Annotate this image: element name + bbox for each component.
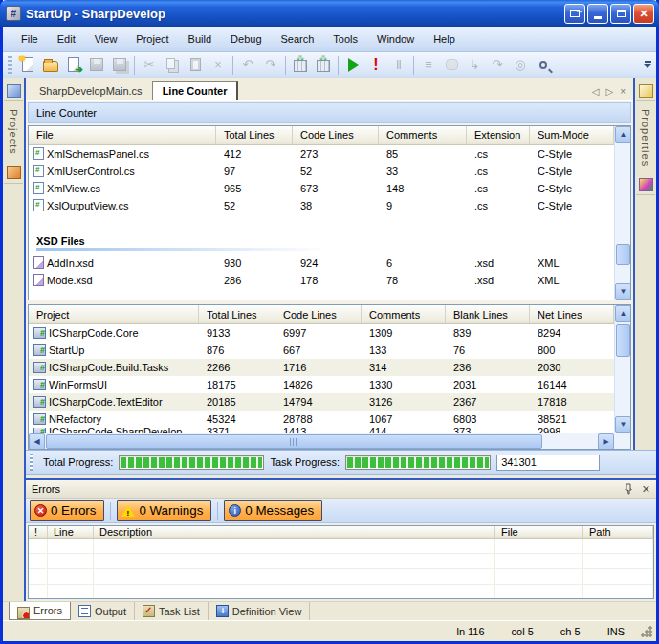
table-row[interactable]: StartUp87666713376800 <box>29 342 614 359</box>
projects-table-vscrollbar[interactable]: ▲ ▼ <box>614 305 630 433</box>
scroll-up-icon[interactable]: ▲ <box>615 305 631 322</box>
toolbar-overflow-button[interactable] <box>643 55 652 76</box>
open-file-button[interactable] <box>39 54 62 76</box>
sidebar-item-classes[interactable] <box>4 163 23 184</box>
tab-scroll-right-icon[interactable]: ▷ <box>605 86 613 97</box>
table-row[interactable]: WinFormsUI18175148261330203116144 <box>29 376 614 393</box>
maximize-button[interactable] <box>610 4 631 24</box>
tab-definition-view[interactable]: Definition View <box>209 602 311 620</box>
column-header[interactable]: Line <box>48 526 94 538</box>
menu-item-debug[interactable]: Debug <box>222 31 270 48</box>
run-debug-button[interactable]: ! <box>364 54 387 76</box>
right-dock-label[interactable]: Properties <box>640 101 651 174</box>
table-row[interactable]: XmlUserControl.cs975233.csC-Style <box>29 163 614 180</box>
menu-item-help[interactable]: Help <box>425 31 464 48</box>
column-header[interactable]: Total Lines <box>199 305 275 323</box>
resize-grip-icon[interactable] <box>640 625 652 637</box>
statusbar-grip[interactable] <box>30 454 33 471</box>
save-as-button[interactable] <box>62 54 85 76</box>
table-row[interactable]: XmlView.cs965673148.csC-Style <box>29 180 614 197</box>
tab-task-list[interactable]: Task List <box>135 602 209 620</box>
step-into-icon: ↳ <box>470 58 480 71</box>
scroll-right-icon[interactable]: ▶ <box>598 433 614 450</box>
menu-item-search[interactable]: Search <box>273 31 323 48</box>
paste-button <box>184 54 207 76</box>
scroll-down-icon[interactable]: ▼ <box>615 283 631 300</box>
value-cell: 965 <box>216 183 293 194</box>
tab-output[interactable]: Output <box>71 602 135 620</box>
column-header[interactable]: File <box>495 526 583 538</box>
column-header[interactable]: Description <box>94 526 495 538</box>
stop-button: Ⅱ <box>387 54 410 76</box>
table-row[interactable]: ICSharpCode.Core9133699713098398294 <box>29 324 614 342</box>
tab-close-icon[interactable]: × <box>620 86 626 97</box>
table-row[interactable]: XmlSchemasPanel.cs41227385.csC-Style <box>29 145 614 163</box>
window-special-button[interactable] <box>564 4 585 24</box>
scrollbar-thumb[interactable] <box>46 434 542 449</box>
column-header[interactable]: Path <box>583 526 653 538</box>
tab-errors[interactable]: Errors <box>9 602 71 620</box>
projects-table-header: ProjectTotal LinesCode LinesCommentsBlan… <box>29 305 614 324</box>
close-button[interactable]: ✕ <box>633 4 654 24</box>
value-cell: 45324 <box>199 413 275 425</box>
sidebar-item-properties-icon[interactable] <box>636 80 655 101</box>
table-row[interactable]: XslOutputView.cs52389.csC-Style <box>29 197 614 214</box>
left-dock-label[interactable]: Projects <box>8 101 19 163</box>
minimize-button[interactable] <box>587 4 608 24</box>
scroll-left-icon[interactable]: ◀ <box>29 433 45 450</box>
tab-scroll-left-icon[interactable]: ◁ <box>592 86 600 97</box>
run-button[interactable] <box>341 54 364 76</box>
0-errors-button[interactable]: ✕0 Errors <box>30 500 104 521</box>
scrollbar-thumb[interactable] <box>616 324 630 357</box>
sidebar-item-projects-icon[interactable] <box>4 80 23 101</box>
table-row[interactable]: Mode.xsd28617878.xsdXML <box>29 272 614 289</box>
menu-item-build[interactable]: Build <box>180 31 220 48</box>
scroll-up-icon[interactable]: ▲ <box>615 126 631 143</box>
column-header[interactable]: Code Lines <box>275 305 362 323</box>
empty-cell <box>495 554 583 568</box>
error-icon: ✕ <box>34 504 47 517</box>
menu-item-file[interactable]: File <box>12 31 47 48</box>
build-button[interactable] <box>289 54 312 76</box>
column-header[interactable]: File <box>29 126 216 144</box>
menu-item-edit[interactable]: Edit <box>49 31 84 48</box>
sidebar-item-tools[interactable] <box>636 174 655 195</box>
errors-panel-close-icon[interactable]: ✕ <box>642 483 650 496</box>
tools-icon <box>639 178 653 191</box>
column-header[interactable]: Extension <box>467 126 530 144</box>
column-header[interactable]: Net Lines <box>530 305 614 323</box>
menu-item-tools[interactable]: Tools <box>324 31 366 48</box>
pin-icon[interactable] <box>623 483 634 495</box>
table-row[interactable]: ICSharpCode.Build.Tasks22661716314236203… <box>29 359 614 376</box>
tab-sharpdevelopmain-cs[interactable]: SharpDevelopMain.cs <box>30 82 152 100</box>
empty-cell <box>583 585 653 599</box>
column-header[interactable]: Total Lines <box>216 126 293 144</box>
column-header[interactable]: Comments <box>379 126 467 144</box>
column-header[interactable]: Blank Lines <box>446 305 530 323</box>
save-as-icon <box>68 57 79 72</box>
menu-item-view[interactable]: View <box>86 31 126 48</box>
scrollbar-thumb[interactable] <box>616 244 630 265</box>
value-cell: 1067 <box>362 413 446 425</box>
toolbar-grip[interactable] <box>8 56 12 74</box>
scroll-down-icon[interactable]: ▼ <box>615 416 631 433</box>
new-file-button[interactable] <box>16 54 39 76</box>
tab-line-counter[interactable]: Line Counter <box>152 81 239 100</box>
column-header[interactable]: Code Lines <box>293 126 379 144</box>
column-header[interactable]: ! <box>29 526 48 538</box>
table-row[interactable]: AddIn.xsd9309246.xsdXML <box>29 255 614 272</box>
projects-table-hscrollbar[interactable]: ◀ ▶ <box>29 433 614 449</box>
0-warnings-button[interactable]: 0 Warnings <box>117 500 211 521</box>
table-row[interactable]: ICSharpCode.TextEditor201851479431262367… <box>29 393 614 411</box>
table-row[interactable]: NRefactory45324287881067680338521 <box>29 411 614 428</box>
column-header[interactable]: Project <box>29 305 199 323</box>
rebuild-button[interactable] <box>312 54 335 76</box>
column-header[interactable]: Comments <box>362 305 446 323</box>
0-messages-button[interactable]: i0 Messages <box>224 500 322 521</box>
column-header[interactable]: Sum-Mode <box>530 126 614 144</box>
search-button[interactable] <box>532 54 555 76</box>
value-cell: 236 <box>446 362 530 373</box>
files-table-vscrollbar[interactable]: ▲ ▼ <box>614 126 630 300</box>
menu-item-project[interactable]: Project <box>127 31 177 48</box>
menu-item-window[interactable]: Window <box>368 31 423 48</box>
